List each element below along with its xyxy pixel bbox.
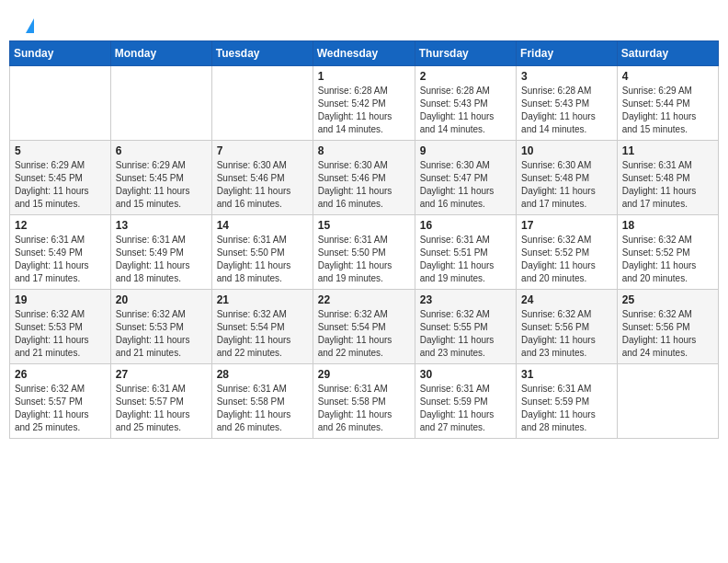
day-info: Sunrise: 6:32 AMSunset: 5:56 PMDaylight:… <box>521 308 612 360</box>
day-number: 22 <box>318 293 410 306</box>
day-number: 16 <box>420 219 511 232</box>
empty-cell <box>110 66 211 141</box>
day-header-tuesday: Tuesday <box>211 41 313 66</box>
day-cell-2: 2Sunrise: 6:28 AMSunset: 5:43 PMDaylight… <box>415 66 516 141</box>
day-cell-29: 29Sunrise: 6:31 AMSunset: 5:58 PMDayligh… <box>313 364 415 439</box>
day-cell-11: 11Sunrise: 6:31 AMSunset: 5:48 PMDayligh… <box>617 141 718 215</box>
day-number: 10 <box>521 144 612 157</box>
day-number: 12 <box>15 219 106 232</box>
calendar-table: SundayMondayTuesdayWednesdayThursdayFrid… <box>9 40 719 439</box>
calendar-week-5: 26Sunrise: 6:32 AMSunset: 5:57 PMDayligh… <box>10 364 719 439</box>
day-cell-6: 6Sunrise: 6:29 AMSunset: 5:45 PMDaylight… <box>110 141 211 215</box>
day-number: 20 <box>116 293 207 306</box>
day-number: 29 <box>318 368 410 381</box>
day-header-monday: Monday <box>110 41 211 66</box>
day-cell-3: 3Sunrise: 6:28 AMSunset: 5:43 PMDaylight… <box>517 66 618 141</box>
calendar-week-1: 1Sunrise: 6:28 AMSunset: 5:42 PMDaylight… <box>10 66 719 141</box>
day-info: Sunrise: 6:31 AMSunset: 5:49 PMDaylight:… <box>15 234 106 285</box>
day-info: Sunrise: 6:29 AMSunset: 5:45 PMDaylight:… <box>15 159 106 211</box>
day-info: Sunrise: 6:32 AMSunset: 5:54 PMDaylight:… <box>318 308 410 360</box>
day-cell-4: 4Sunrise: 6:29 AMSunset: 5:44 PMDaylight… <box>617 66 718 141</box>
day-info: Sunrise: 6:32 AMSunset: 5:54 PMDaylight:… <box>217 308 308 360</box>
day-cell-18: 18Sunrise: 6:32 AMSunset: 5:52 PMDayligh… <box>617 215 718 290</box>
day-number: 21 <box>217 293 308 306</box>
calendar-week-2: 5Sunrise: 6:29 AMSunset: 5:45 PMDaylight… <box>10 141 719 215</box>
day-info: Sunrise: 6:31 AMSunset: 5:49 PMDaylight:… <box>116 234 207 285</box>
day-cell-26: 26Sunrise: 6:32 AMSunset: 5:57 PMDayligh… <box>10 364 111 439</box>
day-info: Sunrise: 6:28 AMSunset: 5:42 PMDaylight:… <box>318 85 410 136</box>
day-info: Sunrise: 6:32 AMSunset: 5:56 PMDaylight:… <box>622 308 713 360</box>
day-info: Sunrise: 6:30 AMSunset: 5:48 PMDaylight:… <box>521 159 612 211</box>
day-cell-30: 30Sunrise: 6:31 AMSunset: 5:59 PMDayligh… <box>415 364 516 439</box>
day-number: 26 <box>15 368 106 381</box>
calendar-week-3: 12Sunrise: 6:31 AMSunset: 5:49 PMDayligh… <box>10 215 719 290</box>
empty-cell <box>211 66 313 141</box>
day-header-sunday: Sunday <box>10 41 111 66</box>
day-number: 8 <box>318 144 410 157</box>
day-info: Sunrise: 6:31 AMSunset: 5:48 PMDaylight:… <box>622 159 713 211</box>
day-cell-17: 17Sunrise: 6:32 AMSunset: 5:52 PMDayligh… <box>517 215 618 290</box>
day-info: Sunrise: 6:32 AMSunset: 5:53 PMDaylight:… <box>15 308 106 360</box>
day-cell-28: 28Sunrise: 6:31 AMSunset: 5:58 PMDayligh… <box>211 364 313 439</box>
day-info: Sunrise: 6:28 AMSunset: 5:43 PMDaylight:… <box>420 85 511 136</box>
day-number: 19 <box>15 293 106 306</box>
day-cell-14: 14Sunrise: 6:31 AMSunset: 5:50 PMDayligh… <box>211 215 313 290</box>
day-cell-5: 5Sunrise: 6:29 AMSunset: 5:45 PMDaylight… <box>10 141 111 215</box>
day-cell-27: 27Sunrise: 6:31 AMSunset: 5:57 PMDayligh… <box>110 364 211 439</box>
day-cell-9: 9Sunrise: 6:30 AMSunset: 5:47 PMDaylight… <box>415 141 516 215</box>
day-cell-13: 13Sunrise: 6:31 AMSunset: 5:49 PMDayligh… <box>110 215 211 290</box>
day-info: Sunrise: 6:30 AMSunset: 5:47 PMDaylight:… <box>420 159 511 211</box>
day-cell-24: 24Sunrise: 6:32 AMSunset: 5:56 PMDayligh… <box>517 290 618 364</box>
day-number: 31 <box>521 368 612 381</box>
day-cell-7: 7Sunrise: 6:30 AMSunset: 5:46 PMDaylight… <box>211 141 313 215</box>
day-number: 7 <box>217 144 308 157</box>
day-info: Sunrise: 6:31 AMSunset: 5:58 PMDaylight:… <box>217 383 308 434</box>
day-header-friday: Friday <box>517 41 618 66</box>
day-info: Sunrise: 6:32 AMSunset: 5:55 PMDaylight:… <box>420 308 511 360</box>
day-info: Sunrise: 6:32 AMSunset: 5:53 PMDaylight:… <box>116 308 207 360</box>
day-cell-12: 12Sunrise: 6:31 AMSunset: 5:49 PMDayligh… <box>10 215 111 290</box>
day-cell-25: 25Sunrise: 6:32 AMSunset: 5:56 PMDayligh… <box>617 290 718 364</box>
day-info: Sunrise: 6:29 AMSunset: 5:44 PMDaylight:… <box>622 85 713 136</box>
day-header-wednesday: Wednesday <box>313 41 415 66</box>
day-number: 11 <box>622 144 713 157</box>
day-info: Sunrise: 6:29 AMSunset: 5:45 PMDaylight:… <box>116 159 207 211</box>
empty-cell <box>617 364 718 439</box>
day-number: 2 <box>420 70 511 83</box>
day-number: 4 <box>622 70 713 83</box>
day-number: 23 <box>420 293 511 306</box>
day-number: 5 <box>15 144 106 157</box>
day-info: Sunrise: 6:31 AMSunset: 5:58 PMDaylight:… <box>318 383 410 434</box>
day-number: 27 <box>116 368 207 381</box>
day-number: 15 <box>318 219 410 232</box>
day-info: Sunrise: 6:32 AMSunset: 5:52 PMDaylight:… <box>622 234 713 285</box>
day-number: 25 <box>622 293 713 306</box>
day-cell-1: 1Sunrise: 6:28 AMSunset: 5:42 PMDaylight… <box>313 66 415 141</box>
day-info: Sunrise: 6:31 AMSunset: 5:50 PMDaylight:… <box>217 234 308 285</box>
day-info: Sunrise: 6:32 AMSunset: 5:57 PMDaylight:… <box>15 383 106 434</box>
day-cell-31: 31Sunrise: 6:31 AMSunset: 5:59 PMDayligh… <box>517 364 618 439</box>
day-cell-8: 8Sunrise: 6:30 AMSunset: 5:46 PMDaylight… <box>313 141 415 215</box>
day-info: Sunrise: 6:31 AMSunset: 5:59 PMDaylight:… <box>521 383 612 434</box>
day-number: 9 <box>420 144 511 157</box>
day-cell-21: 21Sunrise: 6:32 AMSunset: 5:54 PMDayligh… <box>211 290 313 364</box>
day-number: 6 <box>116 144 207 157</box>
day-cell-23: 23Sunrise: 6:32 AMSunset: 5:55 PMDayligh… <box>415 290 516 364</box>
logo-triangle-icon <box>26 18 34 33</box>
day-cell-15: 15Sunrise: 6:31 AMSunset: 5:50 PMDayligh… <box>313 215 415 290</box>
empty-cell <box>10 66 111 141</box>
day-number: 28 <box>217 368 308 381</box>
day-info: Sunrise: 6:31 AMSunset: 5:50 PMDaylight:… <box>318 234 410 285</box>
day-number: 3 <box>521 70 612 83</box>
day-cell-20: 20Sunrise: 6:32 AMSunset: 5:53 PMDayligh… <box>110 290 211 364</box>
logo <box>23 18 34 31</box>
day-cell-10: 10Sunrise: 6:30 AMSunset: 5:48 PMDayligh… <box>517 141 618 215</box>
day-number: 24 <box>521 293 612 306</box>
day-number: 30 <box>420 368 511 381</box>
day-number: 17 <box>521 219 612 232</box>
day-info: Sunrise: 6:28 AMSunset: 5:43 PMDaylight:… <box>521 85 612 136</box>
day-number: 1 <box>318 70 410 83</box>
day-header-saturday: Saturday <box>617 41 718 66</box>
day-cell-16: 16Sunrise: 6:31 AMSunset: 5:51 PMDayligh… <box>415 215 516 290</box>
day-number: 18 <box>622 219 713 232</box>
